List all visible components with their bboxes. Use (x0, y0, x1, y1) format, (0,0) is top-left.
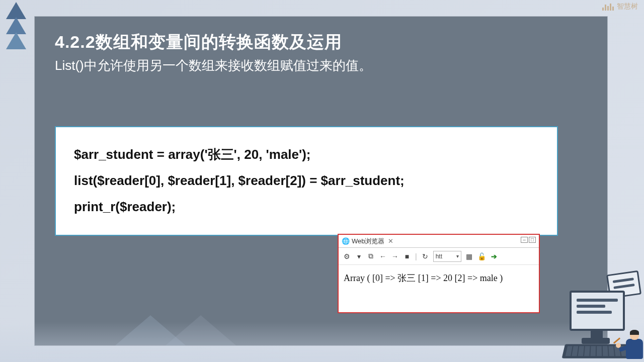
go-button[interactable]: ➔ (490, 252, 498, 260)
browser-tab-label: Web浏览器 (352, 237, 385, 246)
forward-button[interactable]: → (391, 252, 399, 260)
monitor-icon (570, 291, 625, 331)
stop-button[interactable]: ■ (403, 252, 411, 260)
decorative-arrows (6, 4, 26, 49)
tab-close-icon[interactable]: ✕ (388, 237, 393, 245)
slide-subtitle: List()中允许使用另一个数组来接收数组赋值过来的值。 (35, 57, 607, 85)
grid-view-icon[interactable]: ▦ (465, 252, 473, 260)
watermark: 智慧树 (602, 2, 638, 11)
browser-titlebar: 🌐 Web浏览器 ✕ – □ (339, 235, 539, 248)
back-button[interactable]: ← (379, 252, 387, 260)
lock-icon[interactable]: 🔓 (477, 252, 486, 260)
browser-window: 🌐 Web浏览器 ✕ – □ ⚙ ▾ ⧉ ← → ■ | ↻ htt ▾ ▦ 🔓… (338, 234, 540, 313)
browser-output: Array ( [0] => 张三 [1] => 20 [2] => male … (339, 265, 539, 291)
settings-gear-icon[interactable]: ⚙ (343, 252, 351, 260)
code-block: $arr_student = array('张三', 20, 'male'); … (55, 126, 558, 236)
toolbar-separator: | (415, 252, 417, 260)
person-icon (621, 331, 644, 362)
chevron-down-icon: ▾ (456, 253, 459, 259)
slide-title: 4.2.2数组和变量间的转换函数及运用 (35, 17, 607, 57)
new-window-icon[interactable]: ⧉ (367, 252, 375, 260)
code-line-2: list($reader[0], $reader[1], $reader[2])… (74, 167, 539, 194)
window-minimize-button[interactable]: – (521, 237, 528, 243)
reload-button[interactable]: ↻ (421, 252, 429, 260)
browser-toolbar: ⚙ ▾ ⧉ ← → ■ | ↻ htt ▾ ▦ 🔓 ➔ (339, 248, 539, 265)
url-dropdown[interactable]: htt ▾ (433, 251, 461, 262)
up-arrow-icon (6, 2, 26, 19)
computer-illustration (543, 268, 644, 362)
watermark-text: 智慧树 (617, 2, 638, 11)
code-line-3: print_r($reader); (74, 194, 539, 220)
globe-icon: 🌐 (342, 237, 350, 245)
up-arrow-icon (6, 17, 26, 34)
url-text: htt (436, 253, 442, 260)
code-line-1: $arr_student = array('张三', 20, 'male'); (74, 141, 539, 167)
dropdown-caret-icon[interactable]: ▾ (355, 252, 363, 260)
up-arrow-icon (6, 32, 26, 49)
slide-body: 4.2.2数组和变量间的转换函数及运用 List()中允许使用另一个数组来接收数… (34, 16, 608, 346)
window-maximize-button[interactable]: □ (529, 237, 536, 243)
watermark-bars-icon (602, 3, 614, 11)
monitor-base (582, 338, 610, 344)
